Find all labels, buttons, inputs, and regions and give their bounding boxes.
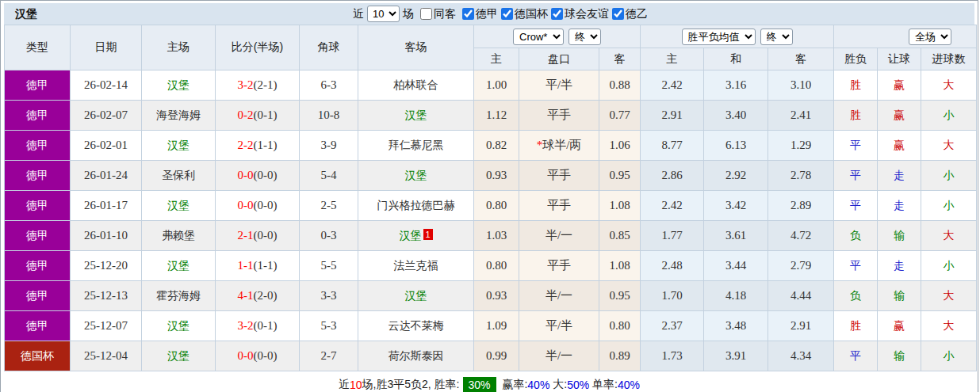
avg-draw: 3.61 xyxy=(704,221,768,251)
same-opponent-toggle[interactable]: 同客 xyxy=(417,7,456,21)
avg-home: 8.77 xyxy=(641,131,704,161)
odds-away: 0.95 xyxy=(599,281,641,311)
league-badge: 德甲 xyxy=(5,251,71,281)
handicap-result-cell: 赢 xyxy=(878,101,921,131)
league-filter-3[interactable]: 球会友谊 xyxy=(548,7,609,21)
table-row: 德国杯25-12-04汉堡0-0(0-0)2-7荷尔斯泰因0.99半/一0.89… xyxy=(5,341,977,371)
handicap: 半/一 xyxy=(519,341,599,371)
score-cell: 2-2(1-1) xyxy=(216,131,300,161)
league-filter-2[interactable]: 德国杯 xyxy=(498,7,548,21)
table-row: 德甲25-12-07汉堡3-2(0-1)5-3云达不莱梅1.09平/半0.802… xyxy=(5,311,977,341)
home-team-link[interactable]: 弗赖堡 xyxy=(142,221,216,251)
avg-away: 2.89 xyxy=(768,191,834,221)
corners-cell: 5-3 xyxy=(300,311,358,341)
sub-header-handicap: 盘口 xyxy=(519,48,599,70)
league-filter-4[interactable]: 德乙 xyxy=(609,7,648,21)
league-badge: 德国杯 xyxy=(5,341,71,371)
bookmaker-time-select[interactable]: 终 xyxy=(568,29,601,45)
avg-away: 2.78 xyxy=(768,161,834,191)
table-row: 德甲26-02-07海登海姆0-2(0-1)10-8汉堡1.12平手0.772.… xyxy=(5,101,977,131)
handicap-result-cell: 走 xyxy=(878,191,921,221)
away-team-link[interactable]: 法兰克福 xyxy=(358,251,474,281)
same-opponent-checkbox[interactable] xyxy=(420,8,432,20)
home-team-link[interactable]: 霍芬海姆 xyxy=(142,281,216,311)
league-checkbox[interactable] xyxy=(551,8,563,20)
league-filter-1[interactable]: 德甲 xyxy=(459,7,498,21)
scope-select[interactable]: 全场 xyxy=(909,29,951,45)
away-team-link[interactable]: 云达不莱梅 xyxy=(358,311,474,341)
red-card-badge: 1 xyxy=(423,229,433,240)
away-team-link[interactable]: 汉堡 xyxy=(358,161,474,191)
avg-time-select[interactable]: 终 xyxy=(760,29,793,45)
odds-home: 1.12 xyxy=(474,101,519,131)
result-cell: 平 xyxy=(834,341,878,371)
goals-cell: 大 xyxy=(921,131,977,161)
corners-cell: 5-5 xyxy=(300,251,358,281)
sub-header-avg-away: 客 xyxy=(768,48,834,70)
home-team-link[interactable]: 圣保利 xyxy=(142,161,216,191)
sub-header-avg-home: 主 xyxy=(641,48,704,70)
match-date: 25-12-13 xyxy=(71,281,142,311)
goals-cell: 大 xyxy=(921,221,977,251)
away-team-link[interactable]: 汉堡 xyxy=(358,281,474,311)
home-team-link[interactable]: 汉堡 xyxy=(142,131,216,161)
away-team-link[interactable]: 门兴格拉德巴赫 xyxy=(358,191,474,221)
home-team-link[interactable]: 海登海姆 xyxy=(142,101,216,131)
league-badge: 德甲 xyxy=(5,101,71,131)
table-row: 德甲26-01-24圣保利0-0(0-0)5-4汉堡0.93平手0.952.86… xyxy=(5,161,977,191)
sub-header-odds-away: 客 xyxy=(599,48,641,70)
odds-home: 0.80 xyxy=(474,251,519,281)
handicap: 平手 xyxy=(519,161,599,191)
away-team-link[interactable]: 汉堡 xyxy=(358,101,474,131)
avg-away: 4.44 xyxy=(768,281,834,311)
home-team-link[interactable]: 汉堡 xyxy=(142,70,216,101)
home-team-link[interactable]: 汉堡 xyxy=(142,251,216,281)
handicap: 平手 xyxy=(519,251,599,281)
avg-home: 1.77 xyxy=(641,221,704,251)
corners-cell: 10-8 xyxy=(300,101,358,131)
league-filter-label: 球会友谊 xyxy=(565,7,609,21)
goals-cell: 大 xyxy=(921,281,977,311)
avg-group-select[interactable]: 胜平负均值 xyxy=(682,29,756,45)
col-header-away: 客场 xyxy=(358,25,474,70)
col-header-type: 类型 xyxy=(5,25,71,70)
league-filter-label: 德甲 xyxy=(476,7,498,21)
recent-count-select[interactable]: 10 xyxy=(367,6,400,22)
col-header-date: 日期 xyxy=(71,25,142,70)
table-row: 德甲26-01-17汉堡0-0(0-0)2-5门兴格拉德巴赫0.80平手1.08… xyxy=(5,191,977,221)
home-team-link[interactable]: 汉堡 xyxy=(142,311,216,341)
league-filter-label: 德乙 xyxy=(626,7,648,21)
score-cell: 1-1(1-1) xyxy=(216,251,300,281)
sub-header-odds-home: 主 xyxy=(474,48,519,70)
result-cell: 负 xyxy=(834,221,878,251)
avg-home: 2.37 xyxy=(641,311,704,341)
away-team-link[interactable]: 拜仁慕尼黑 xyxy=(358,131,474,161)
table-row: 德甲25-12-20汉堡1-1(1-1)5-5法兰克福0.80平手1.082.4… xyxy=(5,251,977,281)
handicap-result-cell: 赢 xyxy=(878,70,921,101)
result-cell: 平 xyxy=(834,251,878,281)
filter-controls: 近 10 场 同客 德甲德国杯球会友谊德乙 xyxy=(353,6,648,22)
league-checkbox[interactable] xyxy=(501,8,513,20)
goals-cell: 大 xyxy=(921,70,977,101)
league-checkbox[interactable] xyxy=(612,8,624,20)
league-checkbox[interactable] xyxy=(462,8,474,20)
home-team-link[interactable]: 汉堡 xyxy=(142,341,216,371)
match-date: 26-02-14 xyxy=(71,70,142,101)
match-date: 26-02-01 xyxy=(71,131,142,161)
avg-home: 2.48 xyxy=(641,251,704,281)
avg-away: 1.29 xyxy=(768,131,834,161)
odds-home: 0.82 xyxy=(474,131,519,161)
away-team-link[interactable]: 柏林联合 xyxy=(358,70,474,101)
away-team-link[interactable]: 汉堡1 xyxy=(358,221,474,251)
handicap-result-cell: 赢 xyxy=(878,311,921,341)
away-team-link[interactable]: 荷尔斯泰因 xyxy=(358,341,474,371)
home-team-link[interactable]: 汉堡 xyxy=(142,191,216,221)
avg-draw: 3.91 xyxy=(704,341,768,371)
league-badge: 德甲 xyxy=(5,281,71,311)
score-cell: 0-0(0-0) xyxy=(216,341,300,371)
match-date: 25-12-04 xyxy=(71,341,142,371)
avg-home: 1.73 xyxy=(641,341,704,371)
bookmaker-select[interactable]: Crow* xyxy=(513,29,564,45)
score-cell: 0-0(0-0) xyxy=(216,191,300,221)
odds-home: 1.00 xyxy=(474,70,519,101)
